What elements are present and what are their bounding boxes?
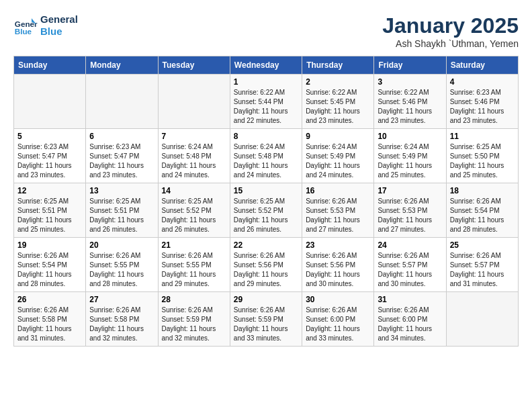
logo-icon: General Blue xyxy=(13,13,38,38)
location-subtitle: Ash Shaykh `Uthman, Yemen xyxy=(382,38,519,49)
logo-text-line1: General xyxy=(40,13,78,26)
day-info: Sunrise: 6:26 AM Sunset: 5:59 PM Dayligh… xyxy=(234,306,298,343)
calendar-week-row: 12Sunrise: 6:25 AM Sunset: 5:51 PM Dayli… xyxy=(14,183,519,238)
calendar-cell: 10Sunrise: 6:24 AM Sunset: 5:49 PM Dayli… xyxy=(374,129,446,183)
day-number: 21 xyxy=(162,240,226,250)
calendar-cell: 11Sunrise: 6:25 AM Sunset: 5:50 PM Dayli… xyxy=(446,129,518,183)
day-number: 14 xyxy=(162,186,226,195)
month-title: January 2025 xyxy=(382,13,519,38)
calendar-cell: 30Sunrise: 6:26 AM Sunset: 6:00 PM Dayli… xyxy=(302,292,374,347)
day-info: Sunrise: 6:24 AM Sunset: 5:49 PM Dayligh… xyxy=(306,142,370,180)
calendar-cell: 29Sunrise: 6:26 AM Sunset: 5:59 PM Dayli… xyxy=(230,292,302,347)
day-info: Sunrise: 6:23 AM Sunset: 5:47 PM Dayligh… xyxy=(17,142,82,180)
calendar-cell: 6Sunrise: 6:23 AM Sunset: 5:47 PM Daylig… xyxy=(86,129,158,183)
day-info: Sunrise: 6:26 AM Sunset: 5:58 PM Dayligh… xyxy=(89,306,154,343)
calendar-cell: 22Sunrise: 6:26 AM Sunset: 5:56 PM Dayli… xyxy=(230,238,302,292)
calendar-cell xyxy=(446,292,518,347)
day-number: 19 xyxy=(17,240,82,250)
calendar-cell: 20Sunrise: 6:26 AM Sunset: 5:55 PM Dayli… xyxy=(86,238,158,292)
day-number: 10 xyxy=(378,132,442,141)
day-info: Sunrise: 6:26 AM Sunset: 5:57 PM Dayligh… xyxy=(450,251,515,289)
day-number: 7 xyxy=(162,132,226,141)
day-number: 2 xyxy=(306,77,370,87)
day-number: 28 xyxy=(162,295,226,304)
day-info: Sunrise: 6:23 AM Sunset: 5:47 PM Dayligh… xyxy=(89,142,154,180)
calendar-week-row: 26Sunrise: 6:26 AM Sunset: 5:58 PM Dayli… xyxy=(14,292,519,347)
day-info: Sunrise: 6:26 AM Sunset: 5:55 PM Dayligh… xyxy=(162,251,226,289)
day-number: 8 xyxy=(234,132,298,141)
day-info: Sunrise: 6:26 AM Sunset: 5:54 PM Dayligh… xyxy=(450,197,515,234)
weekday-header: Saturday xyxy=(446,56,518,75)
weekday-header-row: SundayMondayTuesdayWednesdayThursdayFrid… xyxy=(14,56,519,75)
day-info: Sunrise: 6:25 AM Sunset: 5:50 PM Dayligh… xyxy=(450,142,515,180)
calendar-cell xyxy=(158,75,230,129)
day-info: Sunrise: 6:25 AM Sunset: 5:52 PM Dayligh… xyxy=(162,197,226,234)
day-info: Sunrise: 6:26 AM Sunset: 5:56 PM Dayligh… xyxy=(306,251,370,289)
svg-text:Blue: Blue xyxy=(15,27,32,36)
day-number: 25 xyxy=(450,240,515,250)
calendar-cell: 3Sunrise: 6:22 AM Sunset: 5:46 PM Daylig… xyxy=(374,75,446,129)
day-info: Sunrise: 6:26 AM Sunset: 5:54 PM Dayligh… xyxy=(17,251,82,289)
calendar-week-row: 1Sunrise: 6:22 AM Sunset: 5:44 PM Daylig… xyxy=(14,75,519,129)
day-number: 4 xyxy=(450,77,515,87)
day-number: 9 xyxy=(306,132,370,141)
day-number: 1 xyxy=(234,77,298,87)
day-number: 15 xyxy=(234,186,298,195)
calendar-cell: 1Sunrise: 6:22 AM Sunset: 5:44 PM Daylig… xyxy=(230,75,302,129)
weekday-header: Monday xyxy=(86,56,158,75)
day-number: 12 xyxy=(17,186,82,195)
day-info: Sunrise: 6:24 AM Sunset: 5:49 PM Dayligh… xyxy=(378,142,442,180)
calendar-cell: 14Sunrise: 6:25 AM Sunset: 5:52 PM Dayli… xyxy=(158,183,230,238)
day-number: 3 xyxy=(378,77,442,87)
calendar-cell: 21Sunrise: 6:26 AM Sunset: 5:55 PM Dayli… xyxy=(158,238,230,292)
calendar-cell: 12Sunrise: 6:25 AM Sunset: 5:51 PM Dayli… xyxy=(14,183,86,238)
day-number: 30 xyxy=(306,295,370,304)
day-info: Sunrise: 6:23 AM Sunset: 5:46 PM Dayligh… xyxy=(450,88,515,126)
day-info: Sunrise: 6:26 AM Sunset: 5:57 PM Dayligh… xyxy=(378,251,442,289)
calendar-cell: 28Sunrise: 6:26 AM Sunset: 5:59 PM Dayli… xyxy=(158,292,230,347)
calendar-cell: 23Sunrise: 6:26 AM Sunset: 5:56 PM Dayli… xyxy=(302,238,374,292)
day-info: Sunrise: 6:25 AM Sunset: 5:51 PM Dayligh… xyxy=(89,197,154,234)
calendar-cell: 8Sunrise: 6:24 AM Sunset: 5:48 PM Daylig… xyxy=(230,129,302,183)
calendar-cell: 27Sunrise: 6:26 AM Sunset: 5:58 PM Dayli… xyxy=(86,292,158,347)
day-number: 6 xyxy=(89,132,154,141)
day-info: Sunrise: 6:26 AM Sunset: 6:00 PM Dayligh… xyxy=(378,306,442,343)
weekday-header: Thursday xyxy=(302,56,374,75)
weekday-header: Sunday xyxy=(14,56,86,75)
day-number: 17 xyxy=(378,186,442,195)
calendar-cell: 19Sunrise: 6:26 AM Sunset: 5:54 PM Dayli… xyxy=(14,238,86,292)
calendar-week-row: 19Sunrise: 6:26 AM Sunset: 5:54 PM Dayli… xyxy=(14,238,519,292)
day-number: 24 xyxy=(378,240,442,250)
calendar-cell: 31Sunrise: 6:26 AM Sunset: 6:00 PM Dayli… xyxy=(374,292,446,347)
day-info: Sunrise: 6:25 AM Sunset: 5:52 PM Dayligh… xyxy=(234,197,298,234)
logo-text-line2: Blue xyxy=(40,26,78,38)
day-number: 31 xyxy=(378,295,442,304)
calendar-cell xyxy=(14,75,86,129)
day-info: Sunrise: 6:22 AM Sunset: 5:45 PM Dayligh… xyxy=(306,88,370,126)
day-info: Sunrise: 6:24 AM Sunset: 5:48 PM Dayligh… xyxy=(162,142,226,180)
day-info: Sunrise: 6:26 AM Sunset: 5:56 PM Dayligh… xyxy=(234,251,298,289)
day-info: Sunrise: 6:26 AM Sunset: 6:00 PM Dayligh… xyxy=(306,306,370,343)
calendar-cell: 17Sunrise: 6:26 AM Sunset: 5:53 PM Dayli… xyxy=(374,183,446,238)
day-number: 22 xyxy=(234,240,298,250)
day-info: Sunrise: 6:26 AM Sunset: 5:59 PM Dayligh… xyxy=(162,306,226,343)
day-number: 16 xyxy=(306,186,370,195)
weekday-header: Friday xyxy=(374,56,446,75)
day-info: Sunrise: 6:25 AM Sunset: 5:51 PM Dayligh… xyxy=(17,197,82,234)
weekday-header: Wednesday xyxy=(230,56,302,75)
calendar-cell: 24Sunrise: 6:26 AM Sunset: 5:57 PM Dayli… xyxy=(374,238,446,292)
day-number: 26 xyxy=(17,295,82,304)
calendar-cell: 16Sunrise: 6:26 AM Sunset: 5:53 PM Dayli… xyxy=(302,183,374,238)
weekday-header: Tuesday xyxy=(158,56,230,75)
calendar-cell: 26Sunrise: 6:26 AM Sunset: 5:58 PM Dayli… xyxy=(14,292,86,347)
title-block: January 2025 Ash Shaykh `Uthman, Yemen xyxy=(382,13,519,49)
calendar-cell: 25Sunrise: 6:26 AM Sunset: 5:57 PM Dayli… xyxy=(446,238,518,292)
calendar-cell: 15Sunrise: 6:25 AM Sunset: 5:52 PM Dayli… xyxy=(230,183,302,238)
day-info: Sunrise: 6:26 AM Sunset: 5:58 PM Dayligh… xyxy=(17,306,82,343)
day-number: 11 xyxy=(450,132,515,141)
calendar-cell: 9Sunrise: 6:24 AM Sunset: 5:49 PM Daylig… xyxy=(302,129,374,183)
day-info: Sunrise: 6:26 AM Sunset: 5:53 PM Dayligh… xyxy=(378,197,442,234)
day-info: Sunrise: 6:22 AM Sunset: 5:46 PM Dayligh… xyxy=(378,88,442,126)
calendar-cell: 4Sunrise: 6:23 AM Sunset: 5:46 PM Daylig… xyxy=(446,75,518,129)
calendar-week-row: 5Sunrise: 6:23 AM Sunset: 5:47 PM Daylig… xyxy=(14,129,519,183)
